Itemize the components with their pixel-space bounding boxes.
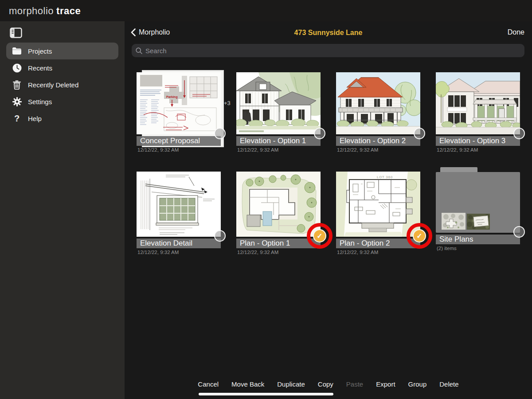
stack-count-badge: +3 [224, 100, 231, 106]
project-thumbnail[interactable]: LOT 360 ✓ [336, 172, 420, 237]
folder-item-preview [442, 213, 466, 230]
project-title: Concept Proposal [137, 136, 221, 146]
project-card-elevation-option-2: Elevation - Option 2 12/12/22, 9:32 AM [336, 72, 420, 153]
project-date: 12/12/22, 9:32 AM [236, 147, 321, 153]
project-thumbnail[interactable] [236, 72, 321, 134]
selection-circle[interactable] [414, 128, 425, 139]
project-thumbnail[interactable]: Parking [137, 72, 221, 134]
project-date: 12/12/22, 9:32 AM [336, 250, 420, 255]
sidebar-item-settings[interactable]: Settings [6, 93, 118, 110]
selection-check-icon[interactable]: ✓ [313, 229, 326, 243]
project-title: Plan - Option 1 [236, 239, 321, 248]
home-indicator[interactable] [199, 393, 333, 395]
project-title: Elevation Detail [137, 239, 221, 248]
project-thumbnail[interactable] [336, 72, 420, 134]
selection-circle[interactable] [314, 128, 325, 139]
sidebar-item-recents[interactable]: Recents [6, 59, 118, 76]
project-header: Morpholio 473 Sunnyside Lane Done [125, 21, 532, 43]
move-back-button[interactable]: Move Back [231, 380, 264, 388]
project-date: 12/12/22, 9:32 AM [236, 250, 321, 255]
project-thumbnail[interactable] [436, 72, 520, 134]
brand-trace: trace [56, 5, 81, 16]
folder-tab [440, 167, 477, 172]
project-date: 12/12/22, 9:32 AM [336, 147, 420, 153]
gear-icon [12, 97, 22, 106]
selection-circle[interactable] [513, 128, 525, 139]
sidebar-item-help[interactable]: ? Help [6, 110, 118, 127]
sidebar-item-label: Projects [28, 47, 52, 55]
selection-circle[interactable] [214, 230, 226, 242]
done-button[interactable]: Done [508, 28, 524, 36]
sidebar: Projects Recents Recently Deleted [0, 21, 125, 399]
sidebar-toggle-icon[interactable] [10, 27, 22, 38]
folder-item-preview [467, 214, 490, 230]
sidebar-item-label: Settings [28, 98, 52, 106]
duplicate-button[interactable]: Duplicate [277, 380, 305, 388]
delete-button[interactable]: Delete [439, 380, 458, 388]
app-titlebar: morpholiotrace [0, 0, 532, 21]
sidebar-item-label: Help [28, 115, 42, 122]
paste-button[interactable]: Paste [346, 380, 363, 388]
search-icon [136, 47, 142, 54]
sidebar-item-label: Recently Deleted [28, 81, 78, 89]
project-date: 12/12/22, 9:32 AM [436, 147, 520, 153]
selection-circle[interactable] [214, 128, 226, 139]
project-title: Site Plans [436, 235, 520, 244]
project-date: 12/12/22, 9:32 AM [137, 250, 221, 255]
selection-circle[interactable] [513, 226, 525, 238]
search-input[interactable] [145, 47, 520, 55]
project-card-plan-option-1: ✓ Plan - Option 1 12/12/22, 9:32 AM [236, 172, 321, 255]
sidebar-item-recently-deleted[interactable]: Recently Deleted [6, 76, 118, 93]
project-card-elevation-option-3: Elevation - Option 3 12/12/22, 9:32 AM [436, 72, 520, 153]
search-bar [132, 44, 524, 57]
question-icon: ? [12, 113, 22, 123]
folder-item-count: (2) items [436, 246, 520, 251]
project-title: Elevation - Option 1 [236, 136, 321, 146]
sidebar-item-projects[interactable]: Projects [6, 43, 118, 59]
app-window: morpholiotrace Projects Recents [0, 0, 532, 399]
project-card-site-plans: Site Plans (2) items [436, 172, 520, 251]
app-logo: morpholiotrace [9, 5, 81, 17]
brand-morpholio: morpholio [9, 5, 54, 16]
project-date: 12/12/22, 9:32 AM [137, 147, 221, 153]
project-thumbnail[interactable]: ✓ [236, 172, 321, 237]
copy-button[interactable]: Copy [318, 380, 333, 388]
project-card-concept-proposal: Parking +3 Concept Proposal 12/12/22, 9:… [137, 72, 221, 153]
project-card-plan-option-2: LOT 360 ✓ Plan - Option 2 12/12/2 [336, 172, 420, 255]
clock-icon [12, 63, 22, 73]
project-title: Plan - Option 2 [336, 239, 420, 248]
sidebar-item-label: Recents [28, 64, 52, 72]
folder-thumbnail[interactable] [436, 172, 520, 233]
group-button[interactable]: Group [408, 380, 427, 388]
project-title: Elevation - Option 3 [436, 136, 520, 146]
project-card-elevation-option-1: Elevation - Option 1 12/12/22, 9:32 AM [236, 72, 321, 153]
svg-text:LOT 360: LOT 360 [377, 175, 393, 179]
edit-actions-toolbar: Cancel Move Back Duplicate Copy Paste Ex… [125, 378, 532, 390]
folder-icon [12, 46, 22, 56]
selection-check-icon[interactable]: ✓ [413, 229, 426, 243]
project-title: Elevation - Option 2 [336, 136, 420, 146]
cancel-button[interactable]: Cancel [198, 380, 219, 388]
page-title: 473 Sunnyside Lane [125, 29, 532, 37]
trash-icon [12, 80, 22, 90]
export-button[interactable]: Export [376, 380, 395, 388]
project-thumbnail[interactable] [137, 172, 221, 237]
svg-text:Parking: Parking [166, 95, 178, 99]
sidebar-menu: Projects Recents Recently Deleted [0, 43, 125, 127]
project-card-elevation-detail: Elevation Detail 12/12/22, 9:32 AM [137, 172, 221, 255]
